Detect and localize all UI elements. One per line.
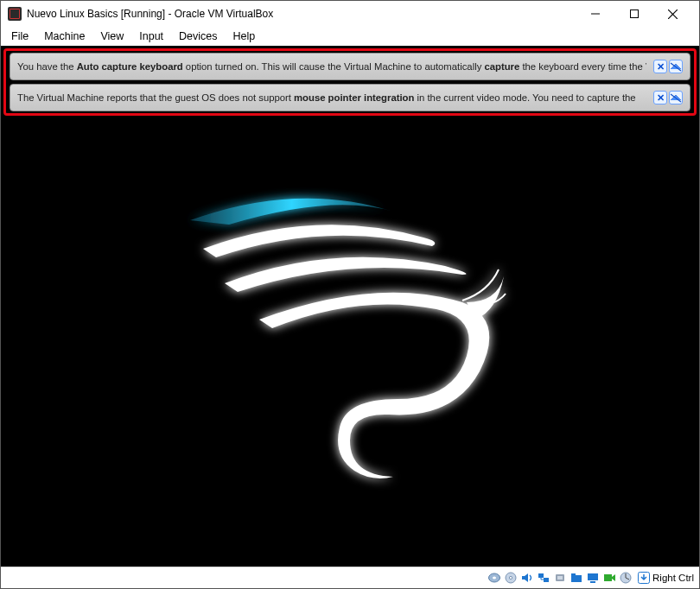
host-key-indicator[interactable]: Right Ctrl bbox=[638, 572, 694, 584]
keyboard-capture-notification: You have the Auto capture keyboard optio… bbox=[10, 53, 690, 80]
close-button[interactable] bbox=[653, 2, 692, 26]
text-bold: capture bbox=[484, 61, 519, 72]
optical-drive-indicator-icon[interactable] bbox=[503, 571, 518, 586]
guest-screen[interactable] bbox=[1, 46, 699, 567]
app-icon bbox=[8, 7, 22, 21]
menu-input[interactable]: Input bbox=[132, 28, 170, 44]
statusbar: Right Ctrl bbox=[1, 567, 699, 588]
notification-text: You have the Auto capture keyboard optio… bbox=[17, 61, 646, 72]
vm-display-area[interactable]: You have the Auto capture keyboard optio… bbox=[1, 46, 699, 567]
shared-folders-indicator-icon[interactable] bbox=[569, 571, 583, 586]
display-indicator-icon[interactable] bbox=[585, 571, 600, 586]
mouse-integration-notification: The Virtual Machine reports that the gue… bbox=[10, 84, 690, 111]
down-arrow-icon bbox=[638, 572, 650, 584]
dismiss-notification-button[interactable]: ✕ bbox=[653, 91, 667, 104]
svg-point-9 bbox=[509, 576, 512, 579]
host-key-label: Right Ctrl bbox=[652, 573, 694, 583]
menu-view[interactable]: View bbox=[93, 28, 130, 44]
menu-file[interactable]: File bbox=[4, 28, 35, 44]
text: in the current video mode. You need to c… bbox=[414, 92, 635, 103]
text: The Virtual Machine reports that the gue… bbox=[17, 92, 294, 103]
svg-point-7 bbox=[493, 576, 496, 579]
svg-rect-10 bbox=[538, 573, 544, 578]
text-bold: mouse pointer integration bbox=[294, 92, 414, 103]
usb-indicator-icon[interactable] bbox=[552, 571, 567, 586]
maximize-button[interactable] bbox=[614, 2, 653, 26]
text: You have the bbox=[17, 61, 77, 72]
text: the keyboard every time the VM bbox=[519, 61, 646, 72]
titlebar: Nuevo Linux Basics [Running] - Oracle VM… bbox=[1, 1, 699, 27]
notification-text: The Virtual Machine reports that the gue… bbox=[17, 92, 646, 103]
cpu-indicator-icon[interactable] bbox=[618, 571, 633, 586]
svg-rect-16 bbox=[588, 573, 598, 580]
text: option turned on. This will cause the Vi… bbox=[183, 61, 485, 72]
kali-dragon-logo bbox=[177, 173, 523, 484]
svg-rect-17 bbox=[590, 581, 595, 583]
annotation-highlight: You have the Auto capture keyboard optio… bbox=[3, 48, 697, 116]
audio-indicator-icon[interactable] bbox=[519, 571, 534, 586]
svg-rect-14 bbox=[571, 575, 582, 582]
hard-disk-indicator-icon[interactable] bbox=[487, 571, 501, 586]
text-bold: Auto capture keyboard bbox=[77, 61, 183, 72]
svg-rect-1 bbox=[630, 10, 638, 18]
virtualbox-window: Nuevo Linux Basics [Running] - Oracle VM… bbox=[0, 0, 700, 589]
window-title: Nuevo Linux Basics [Running] - Oracle VM… bbox=[27, 8, 273, 20]
menu-devices[interactable]: Devices bbox=[172, 28, 224, 44]
menubar: File Machine View Input Devices Help bbox=[1, 27, 699, 46]
svg-rect-18 bbox=[604, 574, 612, 581]
svg-rect-15 bbox=[571, 573, 576, 576]
menu-machine[interactable]: Machine bbox=[37, 28, 92, 44]
network-indicator-icon[interactable] bbox=[536, 571, 550, 586]
suppress-notification-button[interactable] bbox=[669, 60, 683, 73]
dismiss-notification-button[interactable]: ✕ bbox=[653, 60, 667, 73]
menu-help[interactable]: Help bbox=[226, 28, 263, 44]
minimize-button[interactable] bbox=[576, 2, 614, 26]
recording-indicator-icon[interactable] bbox=[601, 571, 616, 586]
svg-rect-13 bbox=[557, 576, 563, 580]
suppress-notification-button[interactable] bbox=[669, 91, 683, 104]
window-controls bbox=[576, 2, 692, 26]
